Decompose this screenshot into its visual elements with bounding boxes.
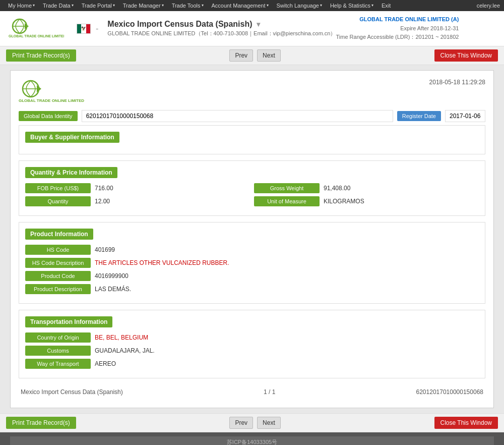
top-toolbar: Print Trade Record(s) Prev Next Close Th… (0, 46, 504, 65)
record-header: GLOBAL TRADE ONLINE LIMITED 2018-05-18 1… (19, 79, 485, 104)
flag-area: 🦅 - (77, 24, 100, 34)
register-date-value: 2017-01-06 (445, 110, 485, 122)
fob-price-value: 716.00 (95, 185, 250, 192)
time-range: Time Range Accessible (LDR)：201201 ~ 201… (336, 33, 459, 42)
product-section: Product Information HS Code 401699 HS Co… (19, 222, 485, 304)
global-identity-value: 62012017010000150068 (82, 110, 393, 122)
record-logo: GLOBAL TRADE ONLINE LIMITED (19, 79, 84, 104)
icp-row: 苏ICP备14033305号 (10, 436, 494, 445)
unit-of-measure-value: KILOGRAMOS (324, 198, 479, 205)
chevron-down-icon: ▾ (72, 0, 74, 11)
page-title: Mexico Import Census Data (Spanish) ▾ (107, 20, 336, 29)
hs-code-row: HS Code 401699 (25, 245, 479, 255)
way-of-transport-label: Way of Transport (25, 359, 91, 369)
fob-gross-row: FOB Price (US$) 716.00 Gross Weight 91,4… (25, 183, 479, 193)
unit-col: Unit of Measure KILOGRAMOS (254, 196, 479, 206)
transport-section: Transportation Information Country of Or… (19, 310, 485, 378)
close-window-button[interactable]: Close This Window (434, 49, 498, 62)
user-info: celery.lee (477, 3, 500, 9)
product-code-value: 4016999900 (95, 272, 479, 280)
gross-weight-value: 91,408.00 (324, 185, 479, 192)
print-button[interactable]: Print Trade Record(s) (6, 49, 76, 62)
chevron-down-icon: ▾ (267, 0, 269, 11)
quantity-price-header: Quantity & Price Information (25, 167, 117, 178)
nav-help-statistics[interactable]: Help & Statistics ▾ (326, 0, 377, 11)
quantity-value: 12.00 (95, 198, 250, 205)
dash-separator: - (96, 24, 98, 33)
footer-record-id: 62012017010000150068 (416, 388, 483, 396)
chevron-down-icon: ▾ (113, 0, 115, 11)
product-code-row: Product Code 4016999900 (25, 271, 479, 281)
chevron-down-icon: ▾ (320, 0, 322, 11)
country-origin-row: Country of Origin BE, BEL, BELGIUM (25, 332, 479, 343)
country-of-origin-label: Country of Origin (25, 332, 91, 343)
transport-row: Way of Transport AEREO (25, 359, 479, 369)
bottom-prev-button[interactable]: Prev (229, 417, 253, 429)
nav-my-home[interactable]: My Home ▾ (4, 0, 39, 11)
hs-desc-row: HS Code Description THE ARTICLES OTHER V… (25, 258, 479, 268)
chevron-down-icon: ▾ (371, 0, 373, 11)
main-content: GLOBAL TRADE ONLINE LIMITED 2018-05-18 1… (0, 65, 504, 413)
global-identity-label: Global Data Identity (19, 111, 78, 121)
svg-text:GLOBAL TRADE ONLINE LIMITED: GLOBAL TRADE ONLINE LIMITED (9, 34, 64, 38)
chevron-down-icon: ▾ (202, 0, 204, 11)
nav-switch-language[interactable]: Switch Language ▾ (273, 0, 326, 11)
nav-trade-portal[interactable]: Trade Portal ▾ (78, 0, 119, 11)
hs-code-desc-value: THE ARTICLES OTHER VULCANIZED RUBBER. (95, 259, 479, 266)
icp-text: 苏ICP备14033305号 (227, 439, 277, 445)
next-button[interactable]: Next (257, 49, 281, 62)
product-desc-value: LAS DEMÁS. (95, 286, 479, 293)
gross-weight-label: Gross Weight (254, 183, 320, 193)
unit-of-measure-label: Unit of Measure (254, 196, 320, 206)
nav-trade-tools[interactable]: Trade Tools ▾ (168, 0, 208, 11)
bottom-next-button[interactable]: Next (257, 417, 281, 429)
fob-price-label: FOB Price (US$) (25, 183, 91, 193)
customs-label: Customs (25, 346, 91, 356)
register-date-label: Register Date (397, 111, 441, 121)
prev-button[interactable]: Prev (229, 49, 253, 62)
footer-pagination: 1 / 1 (264, 388, 275, 396)
gross-col: Gross Weight 91,408.00 (254, 183, 479, 193)
customs-value: GUADALAJARA, JAL. (95, 347, 479, 354)
quantity-price-section: Quantity & Price Information FOB Price (… (19, 160, 485, 216)
bottom-print-button[interactable]: Print Trade Record(s) (6, 417, 76, 429)
product-desc-row: Product Description LAS DEMÁS. (25, 284, 479, 294)
transport-header: Transportation Information (25, 316, 112, 327)
mexico-flag: 🦅 (77, 24, 91, 34)
footer-record-label: Mexico Import Census Data (Spanish) (21, 388, 123, 396)
record-footer: Mexico Import Census Data (Spanish) 1 / … (19, 384, 485, 400)
header-right: GLOBAL TRADE ONLINE LIMITED (A) Expire A… (336, 15, 459, 42)
site-footer: 苏ICP备14033305号 Company Website | Global … (0, 432, 504, 445)
title-arrow-icon: ▾ (257, 20, 260, 28)
nav-trade-manager[interactable]: Trade Manager ▾ (119, 0, 168, 11)
logo: GLOBAL TRADE ONLINE LIMITED (6, 16, 67, 41)
svg-text:GLOBAL TRADE ONLINE LIMITED: GLOBAL TRADE ONLINE LIMITED (19, 98, 84, 103)
quantity-label: Quantity (25, 196, 91, 206)
expire-info: Expire After 2018-12-31 (336, 24, 459, 33)
nav-exit[interactable]: Exit (377, 0, 395, 11)
buyer-supplier-header: Buyer & Supplier Information (25, 132, 119, 143)
nav-account-management[interactable]: Account Management ▾ (208, 0, 273, 11)
qty-col: Quantity 12.00 (25, 196, 250, 206)
way-of-transport-value: AEREO (95, 360, 479, 367)
product-code-label: Product Code (25, 271, 91, 281)
chevron-down-icon: ▾ (33, 0, 35, 11)
company-link[interactable]: GLOBAL TRADE ONLINE LIMITED (A) (359, 16, 459, 22)
record-date: 2018-05-18 11:29:28 (429, 79, 485, 86)
product-desc-label: Product Description (25, 284, 91, 294)
top-nav: My Home ▾ Trade Data ▾ Trade Portal ▾ Tr… (0, 0, 504, 11)
bottom-toolbar: Print Trade Record(s) Prev Next Close Th… (0, 413, 504, 432)
chevron-down-icon: ▾ (162, 0, 164, 11)
buyer-supplier-section: Buyer & Supplier Information (19, 125, 485, 154)
company-subtitle: GLOBAL TRADE ONLINE LIMITED（Tel：400-710-… (107, 30, 336, 37)
customs-row: Customs GUADALAJARA, JAL. (25, 346, 479, 356)
header: GLOBAL TRADE ONLINE LIMITED 🦅 - Mexico I… (0, 11, 504, 46)
bottom-close-button[interactable]: Close This Window (434, 417, 498, 429)
record-card: GLOBAL TRADE ONLINE LIMITED 2018-05-18 1… (10, 70, 494, 408)
hs-code-value: 401699 (95, 246, 479, 253)
nav-trade-data[interactable]: Trade Data ▾ (39, 0, 78, 11)
hs-code-label: HS Code (25, 245, 91, 255)
logo-area: GLOBAL TRADE ONLINE LIMITED 🦅 - Mexico I… (6, 16, 336, 41)
country-of-origin-value: BE, BEL, BELGIUM (95, 334, 479, 341)
qty-unit-row: Quantity 12.00 Unit of Measure KILOGRAMO… (25, 196, 479, 206)
